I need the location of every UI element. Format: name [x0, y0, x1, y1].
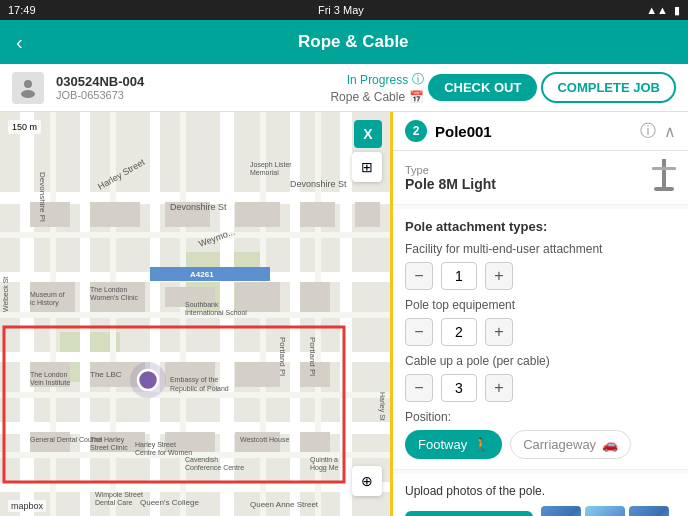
pole-number-badge: 2 [405, 120, 427, 142]
svg-text:Welbeck St: Welbeck St [2, 277, 9, 312]
position-label: Position: [405, 410, 676, 424]
svg-rect-33 [235, 202, 280, 227]
pole-info-icon[interactable]: ⓘ [640, 121, 656, 142]
svg-rect-87 [662, 159, 666, 187]
pole-expand-icon[interactable]: ∧ [664, 122, 676, 141]
back-button[interactable]: ‹ [16, 31, 23, 54]
car-icon: 🚗 [602, 437, 618, 452]
svg-text:Westcott House: Westcott House [240, 436, 289, 443]
in-progress-badge: In Progress ⓘ [347, 71, 424, 88]
svg-text:The LBC: The LBC [90, 370, 122, 379]
footway-button[interactable]: Footway 🚶 [405, 430, 502, 459]
type-row: Type Pole 8M Light [393, 151, 688, 205]
svg-text:Memorial: Memorial [250, 169, 279, 176]
svg-text:Devonshire St: Devonshire St [170, 202, 227, 212]
pole-photo-section: Upload photos of the pole. 📷 ADD PHOTO [393, 474, 688, 516]
pole-photo-thumbnails [541, 506, 669, 516]
job-sub-id: JOB-0653673 [56, 89, 318, 101]
attachment-title: Pole attachment types: [405, 219, 676, 234]
svg-text:Southbank: Southbank [185, 301, 219, 308]
svg-rect-47 [300, 432, 330, 452]
facility-label: Facility for multi-end-user attachment [405, 242, 676, 256]
svg-rect-34 [235, 282, 280, 312]
svg-rect-41 [235, 362, 280, 387]
svg-text:Republic of Poland: Republic of Poland [170, 385, 229, 393]
pole-top-value: 2 [441, 318, 477, 346]
upload-pole-label: Upload photos of the pole. [405, 484, 676, 498]
svg-rect-20 [50, 112, 56, 516]
svg-text:Queen's College: Queen's College [140, 498, 199, 507]
svg-text:Centre for Women: Centre for Women [135, 449, 192, 456]
pole-photo-thumb-2[interactable] [585, 506, 625, 516]
cable-counter: − 3 + [405, 374, 676, 402]
footway-label: Footway [418, 437, 467, 452]
svg-rect-27 [30, 202, 70, 227]
map-close-button[interactable]: X [354, 120, 382, 148]
attachment-section: Pole attachment types: Facility for mult… [393, 209, 688, 470]
facility-minus-button[interactable]: − [405, 262, 433, 290]
scale-bar: 150 m [8, 120, 41, 134]
svg-text:Conference Centre: Conference Centre [185, 464, 244, 471]
svg-text:Wimpole Street: Wimpole Street [95, 491, 143, 499]
svg-rect-36 [300, 282, 330, 312]
app-header: ‹ Rope & Cable [0, 20, 688, 64]
mapbox-label: mapbox [8, 500, 46, 512]
svg-text:Harley Street: Harley Street [135, 441, 176, 449]
svg-rect-16 [0, 232, 390, 238]
pole-name: Pole001 [435, 123, 632, 140]
pole-top-minus-button[interactable]: − [405, 318, 433, 346]
svg-rect-89 [652, 167, 676, 170]
svg-text:Street Clinic: Street Clinic [90, 444, 128, 451]
carriageway-label: Carriageway [523, 437, 596, 452]
svg-text:Portland Pl: Portland Pl [278, 337, 287, 376]
job-info: 030524NB-004 JOB-0653673 [56, 74, 318, 101]
cable-plus-button[interactable]: + [485, 374, 513, 402]
svg-point-0 [24, 80, 32, 88]
svg-text:The London: The London [90, 286, 127, 293]
pole-photo-thumb-1[interactable] [541, 506, 581, 516]
svg-rect-35 [300, 202, 335, 227]
map-background: A4261 [0, 112, 390, 516]
pole-photo-row: 📷 ADD PHOTO [405, 506, 676, 516]
status-icons: ▲▲ ▮ [646, 4, 680, 17]
svg-text:Harley St: Harley St [378, 392, 386, 421]
svg-text:International School: International School [185, 309, 247, 316]
checkout-button[interactable]: CHECK OUT [428, 74, 537, 101]
carriageway-button[interactable]: Carriageway 🚗 [510, 430, 631, 459]
pole-photo-thumb-3[interactable] [629, 506, 669, 516]
svg-text:The London: The London [30, 371, 67, 378]
svg-text:Devonshire St: Devonshire St [290, 179, 347, 189]
svg-text:Devonshire Pl: Devonshire Pl [38, 172, 47, 222]
layers-button[interactable]: ⊞ [352, 152, 382, 182]
position-row: Footway 🚶 Carriageway 🚗 [405, 430, 676, 459]
right-panel: 2 Pole001 ⓘ ∧ Type Pole 8M Light Pole at… [390, 112, 688, 516]
cable-minus-button[interactable]: − [405, 374, 433, 402]
svg-text:Portland Pl: Portland Pl [308, 337, 317, 376]
info-icon: ⓘ [412, 71, 424, 88]
job-bar: 030524NB-004 JOB-0653673 In Progress ⓘ R… [0, 64, 688, 112]
facility-plus-button[interactable]: + [485, 262, 513, 290]
svg-point-1 [21, 90, 35, 98]
facility-value: 1 [441, 262, 477, 290]
type-value: Pole 8M Light [405, 176, 496, 192]
complete-job-button[interactable]: COMPLETE JOB [541, 72, 676, 103]
svg-text:The Harley: The Harley [90, 436, 125, 444]
pole-top-plus-button[interactable]: + [485, 318, 513, 346]
location-icon: ⊕ [361, 473, 373, 489]
wifi-icon: ▲▲ [646, 4, 668, 16]
add-pole-photo-button[interactable]: 📷 ADD PHOTO [405, 511, 533, 517]
svg-rect-88 [654, 187, 674, 191]
pole-type-icon [652, 159, 676, 196]
status-bar: 17:49 Fri 3 May ▲▲ ▮ [0, 0, 688, 20]
pole-top-counter: − 2 + [405, 318, 676, 346]
location-button[interactable]: ⊕ [352, 466, 382, 496]
job-avatar [12, 72, 44, 104]
rope-cable-badge: Rope & Cable 📅 [330, 90, 424, 104]
svg-point-86 [138, 370, 158, 390]
walk-icon: 🚶 [473, 437, 489, 452]
status-time: 17:49 [8, 4, 36, 16]
svg-text:Vein Institute: Vein Institute [30, 379, 70, 386]
svg-rect-40 [165, 362, 215, 387]
svg-rect-7 [0, 352, 390, 362]
status-date: Fri 3 May [318, 4, 364, 16]
